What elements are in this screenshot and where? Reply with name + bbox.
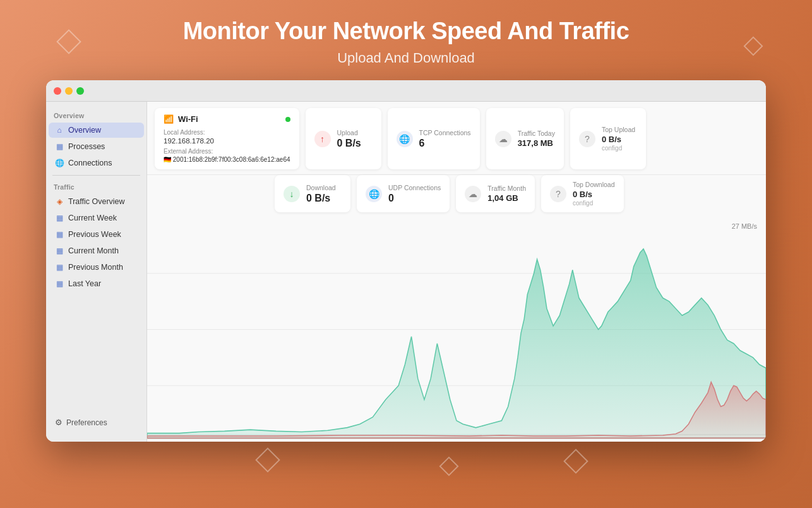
app-window: Overview ⌂ Overview ▦ Processes 🌐 Connec…: [46, 80, 766, 442]
flag-icon: 🇩🇪: [164, 156, 171, 163]
sidebar-item-overview-label: Overview: [68, 126, 101, 135]
sidebar: Overview ⌂ Overview ▦ Processes 🌐 Connec…: [46, 102, 147, 442]
preferences-icon: ⚙: [55, 418, 63, 427]
today-label: Traffic Today: [518, 130, 555, 137]
stat-card-month: ☁ Traffic Month 1,04 GB: [456, 175, 535, 212]
info-bar-2: ↓ Download 0 B/s 🌐 UDP Connections 0: [147, 175, 766, 217]
top-download-sub: configd: [573, 200, 615, 207]
wifi-card: 📶 Wi-Fi Local Address: 192.168.178.20 Ex…: [155, 108, 299, 169]
sidebar-separator: [52, 175, 140, 176]
wifi-icon: 📶: [164, 114, 174, 124]
sidebar-item-previous-week-label: Previous Week: [68, 230, 121, 239]
sidebar-item-previous-month[interactable]: ▦ Previous Month: [49, 260, 144, 275]
calendar-icon-pm: ▦: [55, 263, 64, 272]
download-label: Download: [306, 184, 336, 191]
external-address-value: 🇩🇪 2001:16b8:2b9f:7f00:3c08:6a6:6e12:ae6…: [164, 156, 290, 163]
udp-label: UDP Connections: [388, 184, 441, 191]
minimize-button[interactable]: [65, 87, 73, 95]
today-value: 317,8 MB: [518, 138, 555, 148]
month-label: Traffic Month: [487, 184, 526, 192]
house-icon: ⌂: [55, 126, 64, 135]
udp-icon: 🌐: [366, 186, 382, 202]
month-icon: ☁: [465, 186, 481, 202]
stat-card-today: ☁ Traffic Today 317,8 MB: [486, 108, 564, 169]
top-download-label: Top Download: [573, 181, 615, 188]
globe-icon-connections: 🌐: [55, 159, 64, 167]
sidebar-item-traffic-overview[interactable]: ◈ Traffic Overview: [49, 194, 144, 209]
udp-info: UDP Connections 0: [388, 184, 441, 204]
sidebar-item-processes[interactable]: ▦ Processes: [49, 139, 144, 154]
traffic-chart: [147, 217, 766, 442]
decorative-diamond-3: [255, 447, 280, 473]
sidebar-item-previous-week[interactable]: ▦ Previous Week: [49, 227, 144, 242]
stat-card-udp: 🌐 UDP Connections 0: [357, 175, 450, 212]
sidebar-item-connections[interactable]: 🌐 Connections: [49, 155, 144, 171]
upload-icon: ↑: [314, 131, 331, 147]
wifi-header: 📶 Wi-Fi: [164, 114, 290, 124]
today-icon: ☁: [495, 131, 511, 147]
sidebar-item-current-month[interactable]: ▦ Current Month: [49, 243, 144, 258]
sidebar-item-current-week[interactable]: ▦ Current Week: [49, 210, 144, 226]
preferences-item[interactable]: ⚙ Preferences: [49, 414, 144, 430]
calendar-icon-cm: ▦: [55, 246, 64, 255]
wifi-name: Wi-Fi: [178, 114, 198, 124]
maximize-button[interactable]: [76, 87, 84, 95]
udp-value: 0: [388, 193, 441, 204]
upload-value: 0 B/s: [337, 138, 361, 149]
download-icon: ↓: [284, 186, 300, 202]
local-address-value: 192.168.178.20: [164, 137, 290, 145]
sidebar-bottom: ⚙ Preferences: [46, 409, 146, 435]
month-value: 1,04 GB: [487, 193, 526, 203]
top-upload-value: 0 B/s: [602, 135, 635, 144]
download-info: Download 0 B/s: [306, 184, 336, 204]
sidebar-section-overview: Overview: [46, 108, 146, 122]
sidebar-item-overview[interactable]: ⌂ Overview: [49, 123, 144, 138]
sidebar-item-processes-label: Processes: [68, 142, 105, 151]
tcp-info: TCP Connections 6: [419, 129, 471, 149]
page-subtitle: Upload And Download: [337, 50, 475, 66]
info-bar: 📶 Wi-Fi Local Address: 192.168.178.20 Ex…: [147, 102, 766, 175]
stat-card-tcp: 🌐 TCP Connections 6: [388, 108, 480, 169]
upload-info: Upload 0 B/s: [337, 129, 361, 149]
decorative-diamond-4: [439, 456, 458, 476]
month-info: Traffic Month 1,04 GB: [487, 184, 526, 203]
stat-card-upload: ↑ Upload 0 B/s: [306, 108, 381, 169]
chart-area: 27 MB/s: [147, 217, 766, 442]
sidebar-item-last-year[interactable]: ▦ Last Year: [49, 276, 144, 291]
top-upload-label: Top Upload: [602, 126, 635, 133]
calendar-icon-ly: ▦: [55, 279, 64, 288]
close-button[interactable]: [54, 87, 61, 95]
chart-max-label: 27 MB/s: [732, 222, 757, 230]
sidebar-section-traffic: Traffic: [46, 179, 146, 193]
spacer: [155, 175, 268, 212]
wifi-connected-dot: [285, 117, 290, 122]
sidebar-item-current-week-label: Current Week: [68, 214, 117, 222]
sidebar-item-last-year-label: Last Year: [68, 279, 101, 288]
top-upload-sub: configd: [602, 145, 635, 152]
grid-icon: ▦: [55, 142, 64, 151]
decorative-diamond-1: [56, 29, 81, 54]
stat-card-top-upload: ? Top Upload 0 B/s configd: [570, 108, 646, 169]
sidebar-item-previous-month-label: Previous Month: [68, 263, 123, 272]
top-upload-icon: ?: [579, 131, 595, 147]
top-upload-info: Top Upload 0 B/s configd: [602, 126, 635, 152]
decorative-diamond-2: [743, 36, 763, 56]
download-value: 0 B/s: [306, 193, 336, 204]
tcp-label: TCP Connections: [419, 129, 471, 136]
calendar-icon-pw: ▦: [55, 230, 64, 239]
title-bar: [46, 80, 766, 102]
sidebar-item-traffic-overview-label: Traffic Overview: [68, 197, 125, 206]
today-info: Traffic Today 317,8 MB: [518, 130, 555, 148]
stat-card-top-download: ? Top Download 0 B/s configd: [541, 175, 624, 212]
external-address-label: External Address:: [164, 148, 290, 155]
tcp-icon: 🌐: [397, 131, 413, 147]
window-body: Overview ⌂ Overview ▦ Processes 🌐 Connec…: [46, 102, 766, 442]
page-title: Monitor Your Network Speed And Traffic: [183, 18, 630, 45]
sidebar-item-connections-label: Connections: [68, 159, 112, 167]
preferences-label: Preferences: [66, 418, 107, 427]
stat-card-download: ↓ Download 0 B/s: [275, 175, 350, 212]
main-content: 📶 Wi-Fi Local Address: 192.168.178.20 Ex…: [147, 102, 766, 442]
top-download-value: 0 B/s: [573, 190, 615, 199]
upload-label: Upload: [337, 129, 361, 136]
top-download-info: Top Download 0 B/s configd: [573, 181, 615, 207]
